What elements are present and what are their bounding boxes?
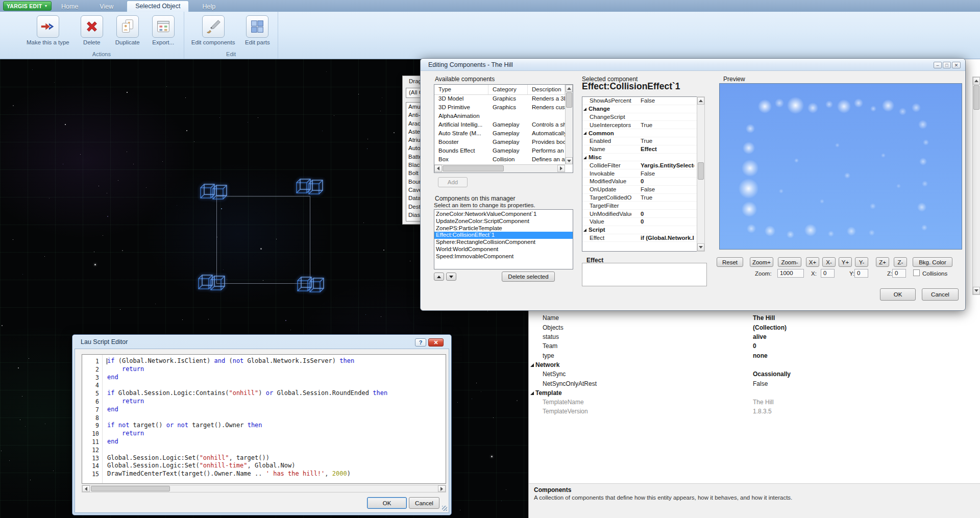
cancel-button[interactable]: Cancel [409,497,439,509]
wireframe-cube-node[interactable] [197,270,226,298]
tab-selected-object[interactable]: Selected Object [127,1,189,12]
table-horizontal-scrollbar[interactable] [434,164,565,172]
component-property-row-useinterceptors[interactable]: UseInterceptorsTrue [582,121,704,129]
entity-property-row-status[interactable]: statusalive [529,332,968,341]
app-menu-button[interactable]: YARGIS EDIT ▼ [3,1,52,11]
minimize-icon[interactable]: – [934,62,942,68]
scroll-down-icon[interactable] [566,157,573,164]
scroll-down-icon[interactable] [697,243,704,251]
preview-button-z[interactable]: Z- [894,257,907,267]
manager-item-sphere-rectanglecollisioncomponent[interactable]: Sphere:RectangleCollisionComponent [434,239,573,246]
ribbon-button-export[interactable]: Export... [147,15,180,45]
ribbon-button-edit-components[interactable]: Edit components [188,15,238,45]
manager-item-updatezonecolor-scriptcomponent[interactable]: UpdateZoneColor:ScriptComponent [434,218,573,225]
preview-button-x[interactable]: X+ [806,257,819,267]
component-property-row-value[interactable]: Value0 [582,218,704,226]
preview-button-x[interactable]: X- [822,257,836,267]
ok-button[interactable]: OK [367,497,407,509]
panel-scrollbar[interactable] [972,77,980,295]
component-property-row-collidefilter[interactable]: CollideFilterYargis.EntitySelecto [582,161,704,169]
entity-property-row-netsync[interactable]: NetSyncOcassionally [529,369,968,379]
property-grid-scrollbar[interactable] [697,96,705,252]
scrollbar-thumb[interactable] [91,486,170,491]
component-property-group-misc[interactable]: Misc [582,154,704,162]
code-editor[interactable]: 123456789101112131415 if (Global.Network… [82,354,446,484]
entity-property-row-objects[interactable]: Objects(Collection) [529,323,968,332]
table-vertical-scrollbar[interactable] [565,85,573,164]
collisions-checkbox[interactable] [913,269,920,276]
component-property-group-change[interactable]: Change [582,105,704,113]
help-icon[interactable]: ? [415,338,426,347]
tab-view[interactable]: View [91,2,121,12]
component-property-group-script[interactable]: Script [582,226,704,234]
preview-button-y[interactable]: Y+ [839,257,852,267]
code-horizontal-scrollbar[interactable] [82,485,446,492]
scroll-up-icon[interactable] [697,97,704,105]
entity-property-row-name[interactable]: NameThe Hill [529,313,968,323]
column-header-description[interactable]: Description [528,85,565,94]
preview-button-zoom[interactable]: Zoom+ [750,257,773,267]
entity-property-row-netsynconlyatrest[interactable]: NetSyncOnlyAtRestFalse [529,379,968,388]
manager-item-zoneps-particletemplate[interactable]: ZonePS:ParticleTemplate [434,225,573,232]
manager-item-speed-immovablecomponent[interactable]: Speed:ImmovableComponent [434,253,573,260]
preview-viewport[interactable] [719,83,962,250]
component-property-row-enabled[interactable]: EnabledTrue [582,137,704,145]
preview-input-zoom[interactable]: 1000 [777,269,804,278]
component-property-row-modifiedvalue[interactable]: ModifiedValue0 [582,178,704,186]
component-property-row-targetcollidedonly[interactable]: TargetCollidedOnlyTrue [582,194,704,202]
scroll-left-icon[interactable] [82,485,90,492]
move-down-icon[interactable] [446,273,456,281]
preview-button-bkg-color[interactable]: Bkg. Color [913,257,952,267]
component-property-row-invokable[interactable]: InvokableFalse [582,169,704,178]
scroll-left-icon[interactable] [434,165,442,172]
ok-button[interactable]: OK [880,288,916,301]
move-up-icon[interactable] [434,273,444,281]
entity-property-row-templateversion[interactable]: TemplateVersion1.8.3.5 [529,407,968,416]
wireframe-cube-node[interactable] [296,273,325,300]
preview-input-z[interactable]: 0 [892,269,906,278]
entity-property-row-type[interactable]: typenone [529,351,968,360]
preview-button-y[interactable]: Y- [855,257,868,267]
table-row-3d-primitive[interactable]: 3D PrimitiveGraphicsRenders custom 3D [434,104,565,112]
add-component-button[interactable]: Add [438,177,468,187]
column-header-category[interactable]: Category [488,85,528,94]
wireframe-cube-node[interactable] [199,180,228,207]
ribbon-button-edit-parts[interactable]: Edit parts [241,15,274,45]
ribbon-button-delete[interactable]: Delete [76,15,108,45]
scrollbar-thumb[interactable] [443,165,504,171]
table-row-3d-model[interactable]: 3D ModelGraphicsRenders a 3D mode [434,95,565,104]
component-property-row-targetfilter[interactable]: TargetFilter [582,202,704,210]
table-row-booster[interactable]: BoosterGameplayProvides boost capa [434,138,565,147]
preview-button-zoom[interactable]: Zoom- [778,257,801,267]
table-row-bounds-effect[interactable]: Bounds EffectGameplayPerforms an action … [434,147,565,156]
table-row-auto-strafe-m[interactable]: Auto Strafe (M...GameplayAutomatically s… [434,130,565,138]
table-row-artificial-intellig[interactable]: Artificial Intellig...GameplayControls a… [434,121,565,130]
cancel-button[interactable]: Cancel [922,288,959,301]
table-row-box[interactable]: BoxCollisionDefines an axis align [434,156,565,164]
manager-item-world-worldcomponent[interactable]: World:WorldComponent [434,246,573,253]
preview-button-reset[interactable]: Reset [717,257,743,267]
tab-home[interactable]: Home [53,2,86,12]
scroll-up-icon[interactable] [973,77,980,85]
delete-selected-button[interactable]: Delete selected [502,272,555,282]
wireframe-cube-node[interactable] [295,175,324,202]
available-components-table[interactable]: TypeCategoryDescription 3D ModelGraphics… [434,84,573,173]
component-property-row-name[interactable]: NameEffect [582,145,704,154]
column-header-type[interactable]: Type [434,85,488,94]
table-row-alphaanimation[interactable]: AlphaAnimation [434,112,565,121]
resize-grip[interactable] [442,506,447,511]
manager-item-zonecolor-networkvaluecomponent-1[interactable]: ZoneColor:NetworkValueComponent`1 [434,211,573,218]
preview-button-z[interactable]: Z+ [876,257,889,267]
close-icon[interactable]: ✕ [952,62,961,68]
ribbon-button-make-this-a-type[interactable]: Make this a type [23,15,72,45]
component-property-group-common[interactable]: Common [582,129,704,137]
component-property-row-showaspercent[interactable]: ShowAsPercentFalse [582,97,704,105]
table-header[interactable]: TypeCategoryDescription [434,85,565,95]
preview-input-x[interactable]: 0 [821,269,835,278]
component-property-row-effect[interactable]: Effectif (Global.Network.I [582,234,704,242]
component-property-row-onupdate[interactable]: OnUpdateFalse [582,186,704,194]
scroll-right-icon[interactable] [557,165,565,172]
scrollbar-thumb[interactable] [973,85,979,110]
scroll-down-icon[interactable] [973,287,980,294]
scroll-up-icon[interactable] [566,85,573,92]
